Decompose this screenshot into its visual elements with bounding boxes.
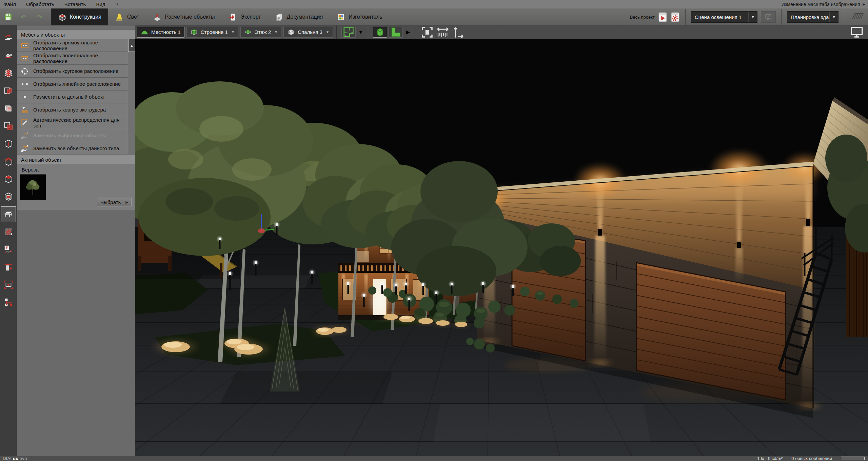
tool-row-9[interactable]: Заменить все объекты данного типа bbox=[17, 142, 128, 155]
breadcrumb-floor-button[interactable]: Этаж 2▼ bbox=[240, 27, 281, 38]
walls-icon bbox=[3, 86, 14, 96]
view-more-button[interactable]: ▶ bbox=[404, 27, 412, 38]
choose-object-button[interactable]: Выбрать▶ bbox=[97, 198, 132, 206]
tl-circle-icon bbox=[20, 67, 29, 76]
tool-row-5[interactable]: Разместить отдельный объект bbox=[17, 91, 128, 103]
undo-button[interactable] bbox=[19, 12, 28, 22]
site-objects-button[interactable] bbox=[1, 48, 16, 63]
terrain-icon bbox=[141, 28, 149, 36]
save-button[interactable] bbox=[3, 12, 13, 22]
ceiling-button[interactable] bbox=[1, 171, 16, 187]
room-add-icon bbox=[3, 280, 14, 290]
surface-hatch-icon[interactable] bbox=[852, 13, 864, 21]
tl-single-icon bbox=[20, 93, 29, 101]
view-3d-button[interactable] bbox=[373, 27, 387, 38]
redo-button[interactable] bbox=[35, 12, 44, 22]
active-object-header: Активный объект bbox=[17, 155, 135, 164]
storeys-button[interactable] bbox=[1, 65, 16, 81]
menu-item-1[interactable]: Файл bbox=[0, 0, 21, 8]
zoom-fit-icon bbox=[420, 25, 434, 39]
tool-panel: Мебель и объекты Отобразить прямоугольно… bbox=[17, 25, 135, 456]
tool-row-8[interactable]: Заменить выбранные объекты bbox=[17, 129, 128, 142]
text-spline-button[interactable] bbox=[1, 242, 16, 257]
import-plan-button[interactable] bbox=[1, 30, 16, 46]
tool-row-7[interactable]: Автоматические распределения для зон bbox=[17, 116, 128, 129]
calculation-settings-button[interactable] bbox=[671, 12, 680, 23]
tab-doc-icon bbox=[275, 13, 284, 22]
text-spline-icon bbox=[3, 244, 14, 255]
active-object-thumbnail[interactable] bbox=[20, 174, 46, 200]
ceiling-icon bbox=[3, 174, 14, 184]
whole-project-label: Весь проект bbox=[630, 15, 655, 20]
ribbon-tab-light[interactable]: Свет bbox=[108, 8, 146, 25]
render-display-button[interactable] bbox=[850, 27, 864, 38]
measure-horizontal-button[interactable] bbox=[436, 27, 450, 38]
chevron-down-icon: ▼ bbox=[231, 30, 235, 34]
scroll-up-button[interactable]: ▲ bbox=[128, 39, 135, 52]
play-icon bbox=[658, 12, 667, 22]
tool-row-2[interactable]: Отобразить полигональное расположение bbox=[17, 52, 128, 65]
materials-button[interactable] bbox=[1, 224, 16, 240]
breadcrumb-site-button[interactable]: Местность 1 bbox=[137, 27, 184, 38]
monitor-icon bbox=[850, 25, 864, 39]
ribbon-tab-construction[interactable]: Конструкция bbox=[51, 8, 108, 25]
tab-light-icon bbox=[115, 13, 124, 22]
roof-button[interactable] bbox=[1, 154, 16, 169]
measure-vertical-icon bbox=[451, 25, 466, 39]
tool-row-3[interactable]: Отобразить круговое расположение bbox=[17, 65, 128, 78]
tool-row-6[interactable]: Отобразить корпус экструдера bbox=[17, 103, 128, 116]
ribbon-tab-calc[interactable]: Расчетные объекты bbox=[146, 8, 221, 25]
chevron-down-icon: ▼ bbox=[326, 30, 329, 34]
hierarchy-button[interactable] bbox=[1, 295, 16, 310]
separator bbox=[781, 9, 782, 25]
menu-item-3[interactable]: Вставить bbox=[59, 0, 91, 8]
active-object-name: Береза bbox=[22, 167, 39, 173]
light-scene-value: Сцена освещения 1 bbox=[691, 14, 748, 20]
ribbon-tab-export[interactable]: Экспорт bbox=[221, 8, 268, 25]
separator bbox=[415, 26, 415, 39]
breadcrumb-building-button[interactable]: Строение 1▼ bbox=[186, 27, 238, 38]
hierarchy-icon bbox=[3, 297, 14, 307]
zones-button[interactable] bbox=[1, 118, 16, 134]
profile-button[interactable] bbox=[1, 259, 16, 275]
view-plan-button[interactable] bbox=[389, 27, 403, 38]
breadcrumb-room-button[interactable]: Спальня 3▼ bbox=[283, 27, 333, 38]
plan-l-icon bbox=[389, 25, 402, 39]
slabs-button[interactable] bbox=[1, 101, 16, 116]
furniture-objects-button[interactable] bbox=[1, 206, 16, 222]
walls-button[interactable] bbox=[1, 83, 16, 99]
separator bbox=[844, 9, 844, 25]
panel-scrollbar[interactable]: ▲ bbox=[128, 39, 135, 155]
roof-icon bbox=[3, 156, 14, 166]
floorplan-view-dropdown[interactable]: ▼ bbox=[357, 27, 364, 38]
viewport-3d[interactable] bbox=[135, 39, 868, 456]
ribbon: КонструкцияСветРасчетные объектыЭкспортД… bbox=[0, 8, 868, 25]
submenu-arrow-icon: ▶ bbox=[863, 2, 865, 6]
tl-autozone-icon bbox=[20, 118, 29, 127]
image-scale-menu[interactable]: Изменение масштаба изображения ▶ bbox=[782, 0, 865, 8]
tl-poly-icon bbox=[20, 54, 29, 63]
room-add-button[interactable] bbox=[1, 277, 16, 293]
calculate-project-button[interactable] bbox=[658, 12, 667, 23]
column-icon bbox=[3, 139, 14, 149]
tl-rect-icon bbox=[20, 41, 29, 50]
floorplan-view-button[interactable] bbox=[341, 27, 356, 38]
column-button[interactable] bbox=[1, 136, 16, 152]
menu-item-4[interactable]: Вид bbox=[91, 0, 110, 8]
chevron-down-icon: ▼ bbox=[748, 12, 757, 22]
measure-vertical-button[interactable] bbox=[451, 27, 466, 38]
messages-count[interactable]: 0 новых сообщений bbox=[791, 456, 832, 461]
zoom-fit-button[interactable] bbox=[420, 27, 434, 38]
ribbon-tab-doc[interactable]: Документация bbox=[268, 8, 330, 25]
scene-monitor-button[interactable] bbox=[761, 11, 776, 23]
cube-3d-icon bbox=[373, 25, 387, 39]
ribbon-tab-manufacturer[interactable]: Изготовитель bbox=[330, 8, 389, 25]
menu-item-5[interactable]: ? bbox=[111, 0, 123, 8]
undo-icon bbox=[19, 13, 28, 21]
light-scene-select[interactable]: Сцена освещения 1 ▼ bbox=[691, 11, 757, 23]
window-door-button[interactable] bbox=[1, 189, 16, 204]
menu-item-2[interactable]: Обработать bbox=[21, 0, 59, 8]
layout-mode-select[interactable]: Планировка здания и в... ▼ bbox=[787, 11, 839, 23]
tool-row-1[interactable]: Отобразить прямоугольное расположение bbox=[17, 39, 128, 52]
tool-row-4[interactable]: Отобразить линейное расположение bbox=[17, 78, 128, 91]
